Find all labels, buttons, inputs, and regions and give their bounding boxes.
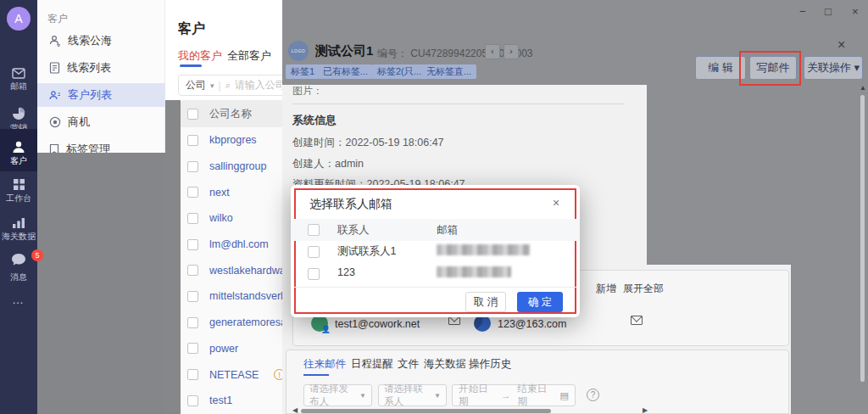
row-checkbox[interactable] [187,395,198,406]
company-link[interactable]: lm@dhl.com [209,238,269,250]
row-checkbox[interactable] [187,265,198,276]
filter-field-select[interactable]: 公司 [186,78,206,92]
send-mail-icon[interactable] [631,316,643,325]
tab-my-customers[interactable]: 我的客户 [178,48,222,64]
submenu-item-opportunity[interactable]: 商机 [37,110,165,134]
table-row[interactable]: power [181,336,282,362]
vscroll-up-arrow[interactable]: ▲ [860,84,866,92]
company-link[interactable]: power [209,343,238,355]
row-checkbox[interactable] [187,317,198,328]
company-link[interactable]: mittelstandsverb [209,290,282,302]
company-link[interactable]: sallinggroup [209,160,266,172]
tab-customs[interactable]: 海关数据 [424,357,466,372]
table-row[interactable]: kbprogres [181,127,282,154]
tag-chip[interactable]: 标签1 [286,64,320,79]
table-row[interactable]: westlakehardware [181,257,282,283]
window-maximize-button[interactable]: □ [825,5,832,18]
sender-select[interactable]: 请选择发布人 ▼ [303,384,372,406]
edit-button[interactable]: 编 辑 [695,56,746,80]
row-checkbox[interactable] [187,239,198,250]
table-row[interactable]: sallinggroup [181,154,282,180]
submenu-item-customer-list[interactable]: 客户列表 [37,83,165,107]
company-link[interactable]: test1 [209,394,232,406]
table-row[interactable]: NETEASE! [181,361,282,388]
divider: | [219,80,221,92]
select-all-checkbox[interactable] [187,109,198,120]
tab-all-customers[interactable]: 全部客户 [227,48,271,64]
search-input[interactable]: 请输入公司 [235,78,282,92]
related-actions-button[interactable]: 关联操作 ▾ [804,56,863,80]
sidebar-item-customer[interactable]: 客户 [0,129,37,171]
sidebar-item-label: 客户 [0,155,37,167]
dialog-close-icon[interactable]: × [553,196,559,210]
company-link[interactable]: next [209,187,230,199]
section-title: 系统信息 [292,113,337,128]
table-row[interactable]: generatemoresal [181,310,282,336]
submenu-item-lead-pool[interactable]: 线索公海 [37,29,165,53]
chat-icon [11,253,26,266]
company-filter-bar[interactable]: 公司 ▾ | ⌕ 请输入公司 [178,75,282,96]
company-name: 测试公司1 [315,43,373,59]
prev-record-button[interactable]: ‹ [485,44,500,59]
window-minimize-button[interactable]: − [799,5,806,18]
sidebar-item-messages[interactable]: 5 消息 [0,253,37,283]
row-checkbox[interactable] [187,161,198,172]
contact-email[interactable]: 123@163.com [498,318,567,330]
contact-select[interactable]: 请选择联系人 ▼ [378,384,447,406]
horizontal-scrollbar-thumb[interactable] [301,409,551,413]
tag-chip[interactable]: 无标签直... [421,64,476,79]
sidebar-item-customs-data[interactable]: 海关数据 [0,217,37,243]
tab-emails[interactable]: 往来邮件 [303,357,346,372]
row-checkbox[interactable] [308,246,320,258]
row-checkbox[interactable] [187,135,198,146]
expand-all-link[interactable]: 展开全部 [623,282,664,296]
row-checkbox[interactable] [308,268,320,280]
window-close-button[interactable]: × [852,5,859,18]
hscroll-left-arrow[interactable]: ◀ [292,406,298,414]
tab-history[interactable]: 操作历史 [469,357,511,372]
cancel-button[interactable]: 取 消 [465,292,506,312]
redacted-email [437,266,511,277]
tag-chip[interactable]: 标签2(只... [372,64,426,79]
avatar[interactable]: A [7,7,31,31]
select-all-checkbox[interactable] [308,224,320,236]
row-checkbox[interactable] [187,187,198,198]
tab-files[interactable]: 文件 [398,357,419,372]
table-row[interactable]: next [181,179,282,205]
help-icon[interactable]: ? [587,389,599,401]
row-checkbox[interactable] [187,291,198,302]
table-row[interactable]: wilko [181,205,282,232]
nav-rail: A 邮箱 营销 客户 工作台 海关数据 5 消息 … [0,0,37,414]
company-link[interactable]: westlakehardware [209,265,282,277]
drawer-close-icon[interactable]: × [837,37,845,53]
add-contact-link[interactable]: 新增 [596,282,616,296]
column-header-email: 邮箱 [437,223,458,238]
hscroll-right-arrow[interactable]: ▶ [643,406,648,414]
contact-email[interactable]: test1@cowork.net [335,318,420,330]
tab-schedule[interactable]: 日程提醒 [351,357,393,372]
company-link[interactable]: wilko [209,212,233,224]
start-date-input[interactable]: 开始日期 [459,383,494,408]
sidebar-item-mail[interactable]: 邮箱 [0,68,37,92]
table-row[interactable]: lm@dhl.com [181,232,282,258]
tag-chip[interactable]: 已有标签... [318,64,373,79]
customer-list-panel: 客户 我的客户 全部客户 公司 ▾ | ⌕ 请输入公司 公司名称 kbprogr… [165,0,282,414]
submenu-item-lead-list[interactable]: 线索列表 [37,56,165,80]
person-icon [12,141,25,154]
company-link[interactable]: generatemoresal [209,316,282,328]
next-record-button[interactable]: › [504,44,519,59]
company-link[interactable]: NETEASE [209,369,259,381]
row-checkbox[interactable] [187,213,198,224]
date-range-picker[interactable]: 开始日期 → 结束日期 ▤ [452,384,576,406]
sidebar-item-more[interactable]: … [0,293,37,306]
submenu-item-label: 线索列表 [67,60,111,76]
table-row[interactable]: mittelstandsverb [181,283,282,310]
table-row[interactable]: test1 [181,388,282,414]
row-checkbox[interactable] [187,343,198,354]
confirm-button[interactable]: 确 定 [517,292,563,312]
row-checkbox[interactable] [187,369,198,380]
company-link[interactable]: kbprogres [209,134,257,146]
vertical-scrollbar-thumb[interactable] [860,95,865,382]
end-date-input[interactable]: 结束日期 [518,383,554,408]
sidebar-item-workbench[interactable]: 工作台 [0,178,37,204]
